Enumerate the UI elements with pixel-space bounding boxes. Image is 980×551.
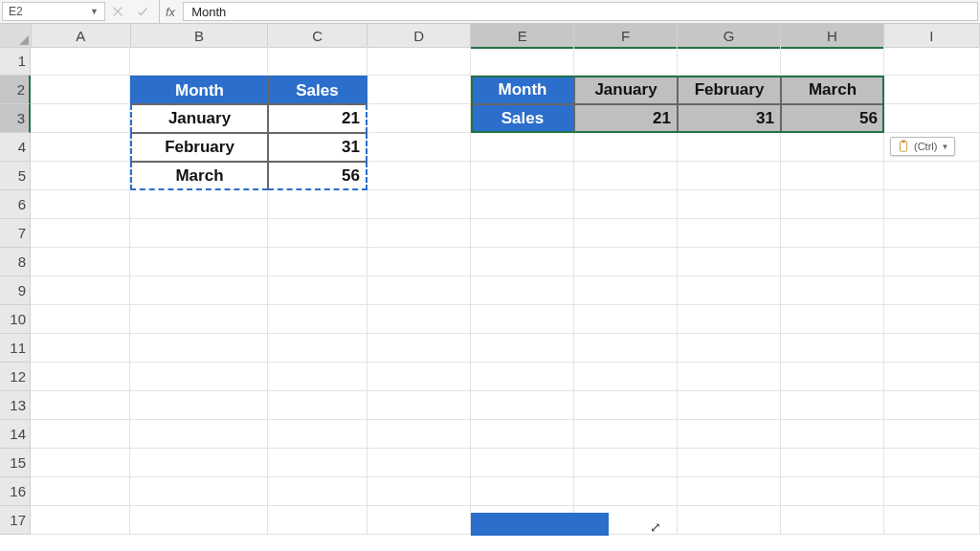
cell-F2[interactable]: January bbox=[574, 76, 678, 104]
col-header-D[interactable]: D bbox=[368, 24, 471, 48]
cell[interactable] bbox=[678, 363, 781, 391]
cell[interactable] bbox=[130, 219, 268, 248]
row-header[interactable]: 4 bbox=[0, 133, 31, 162]
cell[interactable] bbox=[574, 334, 678, 363]
cell[interactable] bbox=[130, 477, 268, 506]
cell[interactable] bbox=[471, 363, 574, 391]
cell[interactable] bbox=[884, 420, 980, 449]
cell[interactable] bbox=[268, 363, 368, 391]
grid[interactable]: Month Sales Month January February March… bbox=[31, 47, 980, 535]
cell[interactable] bbox=[781, 248, 884, 276]
paste-options-button[interactable]: (Ctrl) ▼ bbox=[890, 137, 955, 156]
cell[interactable] bbox=[781, 162, 884, 190]
cell[interactable] bbox=[368, 76, 471, 104]
row-header[interactable]: 12 bbox=[0, 363, 31, 391]
select-all-corner[interactable] bbox=[0, 24, 32, 48]
cell[interactable] bbox=[471, 449, 574, 477]
sheet-tab[interactable] bbox=[471, 513, 609, 536]
chevron-down-icon[interactable]: ▼ bbox=[90, 7, 99, 16]
cell[interactable] bbox=[574, 420, 678, 449]
col-header-H[interactable]: H bbox=[781, 24, 884, 49]
cell-E3[interactable]: Sales bbox=[471, 104, 574, 133]
cell[interactable] bbox=[781, 133, 884, 162]
cell[interactable] bbox=[574, 162, 678, 190]
cell[interactable] bbox=[268, 506, 368, 535]
cell[interactable] bbox=[884, 276, 980, 305]
cell[interactable] bbox=[130, 47, 268, 76]
cell-C2[interactable]: Sales bbox=[268, 76, 368, 104]
cell[interactable] bbox=[574, 363, 678, 391]
cell[interactable] bbox=[130, 248, 268, 276]
cell[interactable] bbox=[130, 363, 268, 391]
cell[interactable] bbox=[130, 305, 268, 334]
cell[interactable] bbox=[471, 133, 574, 162]
cell[interactable] bbox=[31, 47, 130, 76]
row-header[interactable]: 9 bbox=[0, 276, 31, 305]
cell[interactable] bbox=[781, 363, 884, 391]
cell[interactable] bbox=[268, 391, 368, 420]
cell[interactable] bbox=[471, 334, 574, 363]
cell[interactable] bbox=[471, 420, 574, 449]
cell-G3[interactable]: 31 bbox=[678, 104, 781, 133]
cell[interactable] bbox=[368, 477, 471, 506]
cell[interactable] bbox=[781, 219, 884, 248]
cell[interactable] bbox=[130, 506, 268, 535]
cell[interactable] bbox=[31, 104, 130, 133]
row-header[interactable]: 13 bbox=[0, 391, 31, 420]
cell[interactable] bbox=[884, 391, 980, 420]
cell[interactable] bbox=[678, 47, 781, 76]
cell[interactable] bbox=[31, 420, 130, 449]
cell[interactable] bbox=[368, 47, 471, 76]
cell[interactable] bbox=[678, 477, 781, 506]
cell[interactable] bbox=[471, 190, 574, 219]
cell[interactable] bbox=[471, 391, 574, 420]
cell[interactable] bbox=[781, 420, 884, 449]
cell[interactable] bbox=[31, 276, 130, 305]
cell[interactable] bbox=[31, 334, 130, 363]
cell[interactable] bbox=[471, 47, 574, 76]
col-header-B[interactable]: B bbox=[131, 24, 269, 48]
row-header[interactable]: 1 bbox=[0, 47, 31, 76]
row-header[interactable]: 8 bbox=[0, 248, 31, 276]
cell[interactable] bbox=[31, 133, 130, 162]
cell[interactable] bbox=[574, 305, 678, 334]
cell[interactable] bbox=[678, 305, 781, 334]
cell[interactable] bbox=[884, 449, 980, 477]
cell[interactable] bbox=[368, 305, 471, 334]
cell[interactable] bbox=[130, 276, 268, 305]
cell[interactable] bbox=[884, 477, 980, 506]
cell[interactable] bbox=[268, 190, 368, 219]
row-header[interactable]: 11 bbox=[0, 334, 31, 363]
cell[interactable] bbox=[368, 449, 471, 477]
cell[interactable] bbox=[884, 506, 980, 535]
cell[interactable] bbox=[31, 162, 130, 190]
row-header[interactable]: 3 bbox=[0, 104, 31, 133]
cell[interactable] bbox=[31, 76, 130, 104]
cell[interactable] bbox=[368, 363, 471, 391]
cell[interactable] bbox=[368, 506, 471, 535]
row-header[interactable]: 5 bbox=[0, 162, 31, 190]
row-header[interactable]: 2 bbox=[0, 76, 31, 104]
cell[interactable] bbox=[130, 334, 268, 363]
cell[interactable] bbox=[781, 276, 884, 305]
cell[interactable] bbox=[678, 162, 781, 190]
cell-B3[interactable]: January bbox=[130, 104, 268, 133]
cell[interactable] bbox=[574, 219, 678, 248]
cell[interactable] bbox=[268, 477, 368, 506]
cell[interactable] bbox=[678, 219, 781, 248]
cell[interactable] bbox=[781, 190, 884, 219]
cell[interactable] bbox=[884, 190, 980, 219]
enter-formula-icon[interactable] bbox=[130, 0, 155, 23]
row-header[interactable]: 16 bbox=[0, 477, 31, 506]
cell[interactable] bbox=[574, 190, 678, 219]
cell[interactable] bbox=[884, 162, 980, 190]
cell[interactable] bbox=[574, 47, 678, 76]
cell[interactable] bbox=[471, 305, 574, 334]
cell[interactable] bbox=[31, 506, 130, 535]
cell[interactable] bbox=[781, 477, 884, 506]
cell[interactable] bbox=[884, 305, 980, 334]
cell[interactable] bbox=[368, 391, 471, 420]
cell-B5[interactable]: March bbox=[130, 162, 268, 190]
cell[interactable] bbox=[31, 449, 130, 477]
cell[interactable] bbox=[130, 420, 268, 449]
